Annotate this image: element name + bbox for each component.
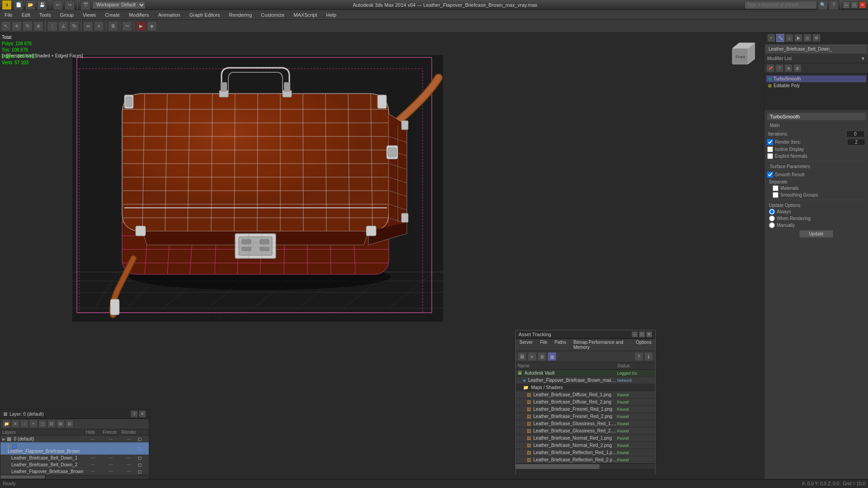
scale-btn[interactable]: ⊕ (33, 21, 43, 31)
explicit-normals-checkbox[interactable] (767, 153, 773, 159)
asset-menu-paths[interactable]: Paths (551, 339, 570, 351)
asset-menu-file[interactable]: File (536, 339, 551, 351)
layer-item-belt2[interactable]: Leather_Briefcase_Belt_Down_2 — — — ◻ (0, 461, 149, 468)
curve-editor-btn[interactable]: 〜 (122, 21, 132, 31)
close-btn[interactable]: ✕ (859, 1, 866, 9)
asset-row-reflection1[interactable]: 🖼 Leather_Briefcase_Reflection_Red_1.png… (516, 449, 655, 456)
angle-snap-btn[interactable]: ∠ (58, 21, 68, 31)
render-btn[interactable]: ▶ (136, 21, 146, 31)
asset-menu-options[interactable]: Options (632, 339, 655, 351)
asset-row-normal1[interactable]: 🖼 Leather_Briefcase_Normal_Red_1.png Fou… (516, 435, 655, 442)
minimize-btn[interactable]: ─ (843, 1, 850, 9)
asset-tb-vault[interactable]: 🏛 (518, 352, 527, 361)
redo-btn[interactable]: ↪ (65, 0, 75, 10)
asset-row-normal2[interactable]: 🖼 Leather_Briefcase_Normal_Red_2.png Fou… (516, 442, 655, 449)
material-editor-btn[interactable]: ◈ (147, 21, 157, 31)
asset-tb-list[interactable]: ≡ (528, 352, 537, 361)
render-setup-btn[interactable]: 🎬 (80, 0, 90, 10)
modifier-turbosmooth[interactable]: TurboSmooth (766, 75, 866, 82)
layers-del-btn[interactable]: ✕ (11, 420, 19, 428)
asset-row-glossiness1[interactable]: 🖼 Leather_Briefcase_Glossiness_Red_1.png… (516, 420, 655, 427)
modifier-remove-btn[interactable]: 🗑 (793, 64, 802, 72)
render-iters-input[interactable] (847, 139, 865, 145)
select-btn[interactable]: ↖ (1, 21, 11, 31)
percent-snap-btn[interactable]: % (69, 21, 79, 31)
panel-icon-hierarchy[interactable]: ⊥ (785, 34, 793, 42)
menu-modifiers[interactable]: Modifiers (124, 11, 154, 19)
asset-row-maps-folder[interactable]: 📁 Maps / Shaders (516, 384, 655, 391)
isoline-checkbox[interactable] (767, 146, 773, 152)
asset-row-fresnel2[interactable]: 🖼 Leather_Briefcase_Fresnel_Red_2.png Fo… (516, 413, 655, 420)
layers-sel-btn[interactable]: ◻ (38, 420, 47, 428)
save-btn[interactable]: 💾 (37, 0, 47, 10)
manually-radio[interactable] (769, 222, 775, 228)
layers-move-to-btn[interactable]: → (20, 420, 28, 428)
menu-help[interactable]: Help (321, 11, 341, 19)
asset-row-glossiness2[interactable]: 🖼 Leather_Briefcase_Glossiness_Red_2.png… (516, 427, 655, 435)
app-icon[interactable]: 3 (2, 0, 12, 10)
panel-icon-utilities[interactable]: ⚙ (812, 34, 821, 42)
panel-icon-create[interactable]: + (767, 34, 775, 42)
iterations-input[interactable] (846, 131, 864, 137)
align-btn[interactable]: ≡ (94, 21, 104, 31)
open-btn[interactable]: 📂 (25, 0, 35, 10)
asset-tb-info[interactable]: ℹ (644, 352, 653, 361)
modifier-list-arrow[interactable]: ▼ (861, 56, 865, 61)
layer-mgr-btn[interactable]: ≣ (108, 21, 118, 31)
layers-help-btn[interactable]: ? (131, 410, 138, 418)
move-btn[interactable]: ✛ (12, 21, 22, 31)
modifier-pin-btn[interactable]: 📌 (766, 64, 774, 72)
asset-menu-bitmap[interactable]: Bitmap Performance and Memory (570, 339, 632, 351)
panel-icon-modify[interactable]: 🔧 (776, 34, 784, 42)
layer-item-flapover2[interactable]: Leather_Flapover_Briefcase_Brown — — — ◻ (0, 468, 149, 475)
menu-rendering[interactable]: Rendering (225, 11, 257, 19)
menu-create[interactable]: Create (100, 11, 124, 19)
menu-customize[interactable]: Customize (256, 11, 289, 19)
workspace-selector[interactable]: Workspace: Default (92, 1, 146, 9)
smoothing-groups-checkbox[interactable] (773, 192, 778, 198)
smooth-result-checkbox[interactable] (767, 172, 773, 178)
asset-restore-btn[interactable]: □ (639, 331, 645, 338)
layers-collapse-btn[interactable]: ⊟ (66, 420, 74, 428)
menu-tools[interactable]: Tools (35, 11, 56, 19)
asset-row-diffuse2[interactable]: 🖼 Leather_Briefcase_Diffuse_Red_2.png Fo… (516, 399, 655, 406)
asset-scrollbar-horizontal[interactable] (516, 464, 655, 469)
asset-minimize-btn[interactable]: ─ (632, 331, 638, 338)
menu-edit[interactable]: Edit (17, 11, 35, 19)
when-rendering-radio[interactable] (769, 216, 775, 221)
always-radio[interactable] (769, 209, 775, 215)
modifier-make-ref-btn[interactable]: ⊞ (784, 64, 793, 72)
mirror-btn[interactable]: ⇔ (83, 21, 93, 31)
asset-row-vault[interactable]: 🏛 Autodesk Vault Logged Ou (516, 370, 655, 377)
menu-group[interactable]: Group (55, 11, 78, 19)
rotate-btn[interactable]: ↻ (23, 21, 33, 31)
menu-graph-editors[interactable]: Graph Editors (185, 11, 225, 19)
layers-scrollbar[interactable] (0, 475, 149, 479)
search-input[interactable] (745, 1, 817, 9)
render-iters-checkbox[interactable] (767, 139, 773, 145)
object-name-input[interactable] (766, 45, 866, 53)
layers-add-obj-btn[interactable]: + (29, 420, 38, 428)
panel-icon-motion[interactable]: ▶ (794, 34, 802, 42)
layers-sel-obj-btn[interactable]: ⊡ (47, 420, 56, 428)
update-button[interactable]: Update (799, 230, 833, 238)
viewport[interactable]: Total Polys: 108 878 Tris: 108 878 Edges… (0, 33, 764, 488)
help-btn[interactable]: ? (829, 0, 839, 10)
menu-views[interactable]: Views (78, 11, 100, 19)
materials-checkbox[interactable] (773, 185, 778, 191)
modifier-editpoly[interactable]: Editable Poly (766, 82, 866, 89)
new-btn[interactable]: 📄 (14, 0, 24, 10)
layers-expand-btn[interactable]: ⊞ (57, 420, 65, 428)
orientation-widget[interactable]: Front (728, 39, 755, 66)
asset-tb-help[interactable]: ? (634, 352, 643, 361)
asset-row-diffuse1[interactable]: 🖼 Leather_Briefcase_Diffuse_Red_1.png Fo… (516, 391, 655, 399)
undo-btn[interactable]: ↩ (53, 0, 63, 10)
asset-close-btn[interactable]: ✕ (646, 331, 652, 338)
layer-item-belt1[interactable]: Leather_Briefcase_Belt_Down_1 — — — ◻ (0, 455, 149, 461)
modifier-show-end-btn[interactable]: ⊤ (775, 64, 783, 72)
asset-row-maxfile[interactable]: ■ Leather_Flapover_Briefcase_Brown_max_v… (516, 377, 655, 384)
menu-maxscript[interactable]: MAXScript (289, 11, 321, 19)
maximize-btn[interactable]: □ (851, 1, 858, 9)
asset-row-reflection2[interactable]: 🖼 Leather_Briefcase_Reflection_Red_2.png… (516, 456, 655, 464)
layer-item-flapover[interactable]: ▶ Leather_Flapover_Briefcase_Brown — — —… (0, 442, 149, 454)
